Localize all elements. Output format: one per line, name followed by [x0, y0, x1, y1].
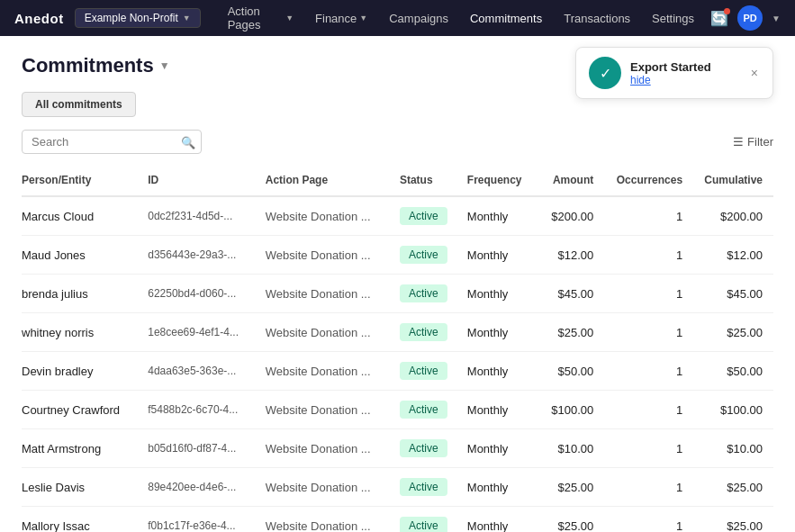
data-table-wrap: Person/Entity ID Action Page Status Freq… — [22, 165, 773, 532]
cell-action-page: Website Donation ... — [266, 391, 400, 429]
cell-action-page: Website Donation ... — [266, 196, 400, 236]
table-header: Person/Entity ID Action Page Status Freq… — [22, 165, 773, 196]
top-navigation: Anedot Example Non-Profit ▼ Action Pages… — [0, 0, 795, 36]
avatar[interactable]: PD — [737, 5, 763, 31]
export-hide-link[interactable]: hide — [630, 74, 740, 86]
cell-amount: $10.00 — [543, 429, 604, 468]
nav-commitments[interactable]: Commitments — [461, 8, 551, 29]
nav-finance[interactable]: Finance ▼ — [306, 8, 376, 29]
status-badge: Active — [400, 207, 447, 225]
cell-person: Courtney Crawford — [22, 391, 148, 429]
table-row[interactable]: Leslie Davis 89e420ee-d4e6-... Website D… — [22, 468, 773, 507]
cell-person: brenda julius — [22, 275, 148, 313]
page-title-chevron-icon[interactable]: ▼ — [159, 59, 170, 72]
status-badge: Active — [400, 439, 447, 457]
filter-label: Filter — [747, 135, 773, 149]
table-row[interactable]: whitney norris 1e8cee69-4ef1-4... Websit… — [22, 313, 773, 352]
export-close-button[interactable]: × — [749, 64, 760, 82]
cell-amount: $50.00 — [543, 352, 604, 391]
export-title: Export Started — [630, 60, 740, 74]
cell-person: Mallory Issac — [22, 507, 148, 533]
status-badge: Active — [400, 517, 447, 532]
cell-occurrences: 1 — [604, 196, 693, 236]
cell-occurrences: 1 — [604, 275, 693, 313]
org-selector[interactable]: Example Non-Profit ▼ — [75, 8, 201, 28]
cell-id: 0dc2f231-4d5d-... — [148, 196, 266, 236]
cell-action-page: Website Donation ... — [266, 507, 400, 533]
cell-status: Active — [400, 391, 467, 429]
cell-occurrences: 1 — [604, 313, 693, 352]
cell-action-page: Website Donation ... — [266, 429, 400, 468]
main-content: Commitments ▼ ✓ Export Started hide × Al… — [0, 36, 795, 532]
nav-campaigns[interactable]: Campaigns — [380, 8, 457, 29]
cell-frequency: Monthly — [467, 468, 543, 507]
avatar-chevron-icon[interactable]: ▼ — [772, 14, 781, 23]
search-icon[interactable]: 🔍 — [181, 135, 195, 149]
col-status: Status — [400, 165, 467, 196]
status-badge: Active — [400, 478, 447, 496]
cell-frequency: Monthly — [467, 391, 543, 429]
notifications-icon[interactable]: 🔄 — [710, 10, 728, 27]
cell-id: b05d16f0-df87-4... — [148, 429, 266, 468]
cell-person: Matt Armstrong — [22, 429, 148, 468]
cell-cumulative: $25.00 — [693, 313, 773, 352]
table-row[interactable]: Matt Armstrong b05d16f0-df87-4... Websit… — [22, 429, 773, 468]
cell-amount: $25.00 — [543, 313, 604, 352]
cell-action-page: Website Donation ... — [266, 275, 400, 313]
page-title-wrap: Commitments ▼ — [22, 54, 170, 77]
status-badge: Active — [400, 284, 447, 302]
nav-action-pages[interactable]: Action Pages ▼ — [219, 1, 303, 35]
table-row[interactable]: Mallory Issac f0b1c17f-e36e-4... Website… — [22, 507, 773, 533]
cell-frequency: Monthly — [467, 196, 543, 236]
table-header-row: Person/Entity ID Action Page Status Freq… — [22, 165, 773, 196]
cell-id: 62250bd4-d060-... — [148, 275, 266, 313]
cell-occurrences: 1 — [604, 468, 693, 507]
org-name: Example Non-Profit — [85, 12, 178, 24]
table-row[interactable]: Marcus Cloud 0dc2f231-4d5d-... Website D… — [22, 196, 773, 236]
cell-person: Marcus Cloud — [22, 196, 148, 236]
cell-cumulative: $45.00 — [693, 275, 773, 313]
tab-all-commitments[interactable]: All commitments — [22, 92, 136, 117]
cell-status: Active — [400, 468, 467, 507]
search-input[interactable] — [22, 130, 202, 154]
cell-frequency: Monthly — [467, 275, 543, 313]
col-cumulative: Cumulative — [693, 165, 773, 196]
cell-action-page: Website Donation ... — [266, 352, 400, 391]
cell-id: d356443e-29a3-... — [148, 236, 266, 275]
cell-occurrences: 1 — [604, 429, 693, 468]
cell-status: Active — [400, 275, 467, 313]
table-row[interactable]: Courtney Crawford f5488b2c-6c70-4... Web… — [22, 391, 773, 429]
cell-id: f5488b2c-6c70-4... — [148, 391, 266, 429]
filter-icon: ☰ — [733, 135, 744, 149]
table-row[interactable]: Maud Jones d356443e-29a3-... Website Don… — [22, 236, 773, 275]
nav-settings[interactable]: Settings — [643, 8, 703, 29]
app-logo: Anedot — [14, 11, 64, 26]
export-toast: ✓ Export Started hide × — [575, 47, 773, 99]
filter-button[interactable]: ☰ Filter — [733, 135, 773, 149]
cell-amount: $200.00 — [543, 196, 604, 236]
cell-amount: $45.00 — [543, 275, 604, 313]
cell-occurrences: 1 — [604, 236, 693, 275]
cell-person: Devin bradley — [22, 352, 148, 391]
cell-person: Maud Jones — [22, 236, 148, 275]
cell-frequency: Monthly — [467, 507, 543, 533]
cell-status: Active — [400, 313, 467, 352]
cell-person: Leslie Davis — [22, 468, 148, 507]
col-occurrences: Occurrences — [604, 165, 693, 196]
cell-status: Active — [400, 352, 467, 391]
cell-status: Active — [400, 507, 467, 533]
nav-transactions[interactable]: Transactions — [555, 8, 639, 29]
col-amount: Amount — [543, 165, 604, 196]
cell-action-page: Website Donation ... — [266, 468, 400, 507]
col-person: Person/Entity — [22, 165, 148, 196]
page-header: Commitments ▼ ✓ Export Started hide × — [22, 54, 773, 77]
cell-cumulative: $10.00 — [693, 429, 773, 468]
commitments-table: Person/Entity ID Action Page Status Freq… — [22, 165, 773, 532]
cell-amount: $25.00 — [543, 468, 604, 507]
cell-action-page: Website Donation ... — [266, 236, 400, 275]
table-row[interactable]: Devin bradley 4daa63e5-363e-... Website … — [22, 352, 773, 391]
cell-cumulative: $100.00 — [693, 391, 773, 429]
table-row[interactable]: brenda julius 62250bd4-d060-... Website … — [22, 275, 773, 313]
col-id: ID — [148, 165, 266, 196]
cell-cumulative: $200.00 — [693, 196, 773, 236]
